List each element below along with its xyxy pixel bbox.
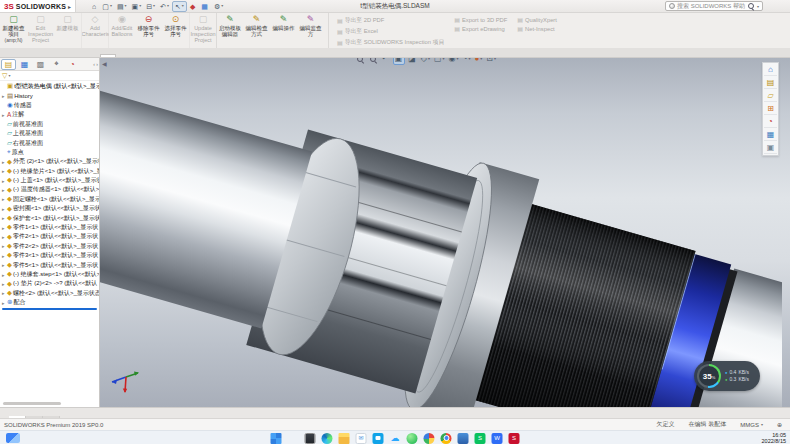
green-app-icon[interactable] xyxy=(407,433,418,444)
ribbon-tab[interactable] xyxy=(58,55,72,57)
ribbon-button[interactable]: ▢ Edit Inspection Project xyxy=(27,13,54,48)
taskbar-search-icon[interactable] xyxy=(288,433,299,444)
export-menu-item[interactable]: ▤QualityXpert xyxy=(517,16,557,23)
help-search-input[interactable]: 搜索 SOLIDWORKS 帮助 ▾ xyxy=(665,1,763,11)
forum-icon[interactable]: ▣ xyxy=(764,142,777,154)
tree-item[interactable]: ▸ A 注解 xyxy=(0,110,99,119)
tree-item[interactable]: ▸ ▤ History xyxy=(0,91,99,100)
tree-item[interactable]: ◉ 传感器 xyxy=(0,101,99,110)
ribbon-tab[interactable] xyxy=(30,55,44,57)
edit-appearance-icon[interactable]: ◔▾ xyxy=(462,58,472,64)
tree-item[interactable]: ▸ ◆ 固定螺栓<1> (默认<<默认>_显示 xyxy=(0,195,99,204)
tree-item[interactable]: ▣ t型铠装热电偶 (默认<默认>_显示状态-1 xyxy=(0,82,99,91)
export-menu-item[interactable]: ▤导出至 SOLIDWORKS Inspection 项目 xyxy=(337,38,444,47)
widgets-icon[interactable] xyxy=(6,433,20,443)
dimxpert-tab[interactable]: ⌖ xyxy=(49,59,64,70)
panel-tabs-overflow-icon[interactable]: ‹ › xyxy=(93,61,98,67)
ribbon-button[interactable]: ◉ Add/Edit Balloons xyxy=(108,13,135,48)
filter-funnel-icon[interactable]: ▽ xyxy=(2,72,7,79)
ribbon-tab[interactable] xyxy=(2,55,16,57)
tree-item[interactable]: ▸ ◆ 密封圈<1> (默认<<默认>_显示状 xyxy=(0,204,99,213)
edge-icon[interactable] xyxy=(322,433,333,444)
file-explorer-icon[interactable]: ▱ xyxy=(764,90,777,102)
zoom-to-fit-icon[interactable] xyxy=(355,58,366,64)
tree-item[interactable]: ▸ ◆ (-) 绝缘垫片<1> (默认<<默认>_显 xyxy=(0,167,99,176)
annotation-view-icon[interactable]: ◪ xyxy=(407,58,418,64)
device-app-icon[interactable] xyxy=(458,433,469,444)
tree-item[interactable]: ▸ ◆ 保护套<1> (默认<<默认>_显示状 xyxy=(0,213,99,222)
tree-item[interactable]: ▸ ◆ (-) 温度传感器<1> (默认<<默认>_ xyxy=(0,185,99,194)
tree-item[interactable]: ▸ ◆ 零件3<1> (默认<<默认>_显示状 xyxy=(0,251,99,260)
custom-properties-icon[interactable]: ▦ xyxy=(764,129,777,141)
tree-item[interactable]: ▸ ◆ 零件1<1> (默认<<默认>_显示状 xyxy=(0,223,99,232)
file-properties-icon[interactable]: ▦ xyxy=(199,2,211,11)
ribbon-button[interactable]: ✎ 编辑操作 xyxy=(270,13,297,48)
ribbon-button[interactable]: ✎ 编辑监查方 xyxy=(297,13,324,48)
export-menu-item[interactable]: ▤Export to 3D PDF xyxy=(454,16,507,23)
ribbon-button[interactable]: ◇ Add Characteristic xyxy=(81,13,108,48)
task-view-icon[interactable] xyxy=(305,433,316,444)
search-icon[interactable] xyxy=(747,2,755,10)
start-button[interactable] xyxy=(271,433,282,444)
solidworks-taskbar-icon[interactable]: S xyxy=(509,433,520,444)
configuration-manager-tab[interactable]: ▩ xyxy=(33,59,48,70)
tree-item[interactable]: ⌖ 原点 xyxy=(0,148,99,157)
apply-scene-icon[interactable]: ●▾ xyxy=(473,58,483,64)
rollback-bar[interactable] xyxy=(2,308,97,310)
design-library-icon[interactable]: ▤ xyxy=(764,77,777,89)
view-orientation-icon[interactable]: ◇▾ xyxy=(420,58,431,64)
tree-item[interactable]: ▸ ◆ 零件5<1> (默认<<默认>_显示状 xyxy=(0,260,99,269)
search-caret-icon[interactable]: ▾ xyxy=(757,4,759,9)
select-icon[interactable]: ↖▾ xyxy=(172,1,187,12)
tree-item[interactable]: ▸ ◆ (-) 上盖<1> (默认<<默认>_显示状 xyxy=(0,176,99,185)
rebuild-icon[interactable]: ◆ xyxy=(188,2,198,11)
export-menu-item[interactable]: ▤导出至 2D PDF xyxy=(337,16,444,25)
graphics-viewport[interactable]: ◀ ↶▣◪◇▾▢▾◉▾◔▾●▾⊡▾ ⌂▤▱⊞◔▦▣ 35% xyxy=(100,58,790,407)
ribbon-button[interactable]: ✎ 编辑检查方式 xyxy=(243,13,270,48)
ribbon-button[interactable]: ✎ 启动模板编辑器 xyxy=(216,13,243,48)
ribbon-button[interactable]: ▢ 新建检查项目 (amp;N) xyxy=(0,13,27,48)
display-style-icon[interactable]: ▢▾ xyxy=(433,58,446,64)
new-document-icon[interactable]: ▢▾ xyxy=(100,2,114,11)
tree-item[interactable]: ▸ ◆ (-) 垫片 (2)<2> ->? (默认<<默认 xyxy=(0,279,99,288)
tree-item[interactable]: ▱ 右视基准面 xyxy=(0,138,99,147)
tree-item[interactable]: ▸ ◆ 零件2<2> (默认<<默认>_显示状 xyxy=(0,242,99,251)
section-view-icon[interactable]: ▣ xyxy=(393,58,406,65)
cloud-app-icon[interactable]: ☁ xyxy=(390,433,401,444)
open-icon[interactable]: ▤▾ xyxy=(115,2,129,11)
tree-item[interactable]: ▱ 前视基准面 xyxy=(0,120,99,129)
ribbon-button[interactable]: ⊖ 移除零件序号 xyxy=(135,13,162,48)
propertymanager-tab[interactable]: ▦ xyxy=(17,59,32,70)
ribbon-tab[interactable] xyxy=(44,55,58,57)
appearances-scenes-icon[interactable]: ◔ xyxy=(764,116,777,128)
wps-app-icon[interactable]: W xyxy=(492,433,503,444)
tree-item[interactable]: ▸ ◆ 外壳 (2)<1> (默认<<默认>_显示状 xyxy=(0,157,99,166)
tree-item[interactable]: ▸ ◆ 零件2<1> (默认<<默认>_显示状 xyxy=(0,232,99,241)
store-icon[interactable] xyxy=(373,433,384,444)
tree-item[interactable]: ▸ ◆ 螺栓<2> (默认<<默认>_显示状态 xyxy=(0,289,99,298)
ribbon-tab[interactable] xyxy=(100,54,116,57)
panel-horizontal-scrollbar[interactable] xyxy=(3,402,61,405)
zoom-to-area-icon[interactable] xyxy=(368,58,379,64)
ribbon-tab[interactable] xyxy=(16,55,30,57)
ribbon-button[interactable]: ▢ 新建模板 xyxy=(54,13,81,48)
performance-monitor-widget[interactable]: 35% ● 0.4KB/s ● 0.3KB/s xyxy=(694,361,760,391)
units-selector[interactable]: MMGS▾ xyxy=(740,422,763,428)
browser-wheel-icon[interactable] xyxy=(424,433,435,444)
ribbon-button[interactable]: ⊙ 选择零件序号 xyxy=(162,13,189,48)
menu-expand-icon[interactable]: ▸ xyxy=(68,3,71,10)
export-menu-item[interactable]: ▤Export eDrawing xyxy=(454,25,507,32)
solidworks-resources-icon[interactable]: ⌂ xyxy=(764,64,777,76)
mail-icon[interactable]: ✉ xyxy=(356,433,367,444)
save-icon[interactable]: ▣▾ xyxy=(130,2,144,11)
display-manager-tab[interactable]: ◔ xyxy=(65,59,80,70)
ribbon-tab[interactable] xyxy=(86,55,100,57)
taskbar-clock[interactable]: 16:05 2022/8/15 xyxy=(762,432,786,444)
file-explorer-icon[interactable] xyxy=(339,433,350,444)
tree-item[interactable]: ▸ ◆ (-) 绝缘套.step<1> (默认<<默认> xyxy=(0,270,99,279)
chrome-icon[interactable] xyxy=(441,433,452,444)
ribbon-button[interactable]: ▢ Update Inspection Project xyxy=(189,13,216,48)
panel-collapse-icon[interactable]: ◀ xyxy=(102,60,107,67)
hide-show-items-icon[interactable]: ◉▾ xyxy=(448,58,460,64)
tree-filter[interactable]: ▽ ▾ xyxy=(0,71,99,81)
